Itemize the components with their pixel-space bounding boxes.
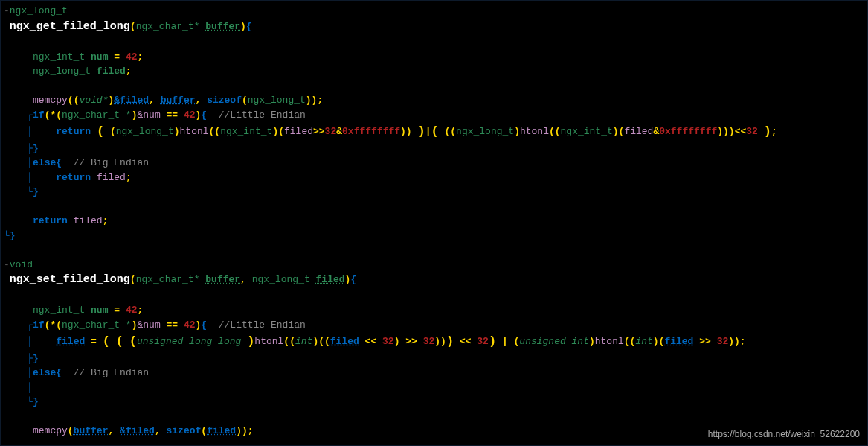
blank-line — [4, 289, 867, 304]
code-line: ├} — [4, 141, 867, 156]
code-line: ngx_get_filed_long(ngx_char_t* buffer){ — [4, 19, 867, 36]
code-line: memcpy((void*)&filed, buffer, sizeof(ngx… — [4, 93, 867, 108]
code-line: └} — [4, 229, 867, 243]
code-line: ngx_set_filed_long(ngx_char_t* buffer, n… — [4, 272, 867, 289]
code-line: │ return filed; — [4, 171, 867, 185]
code-line: └} — [4, 185, 867, 200]
code-line: ┌if(*(ngx_char_t *)&num == 42){ //Little… — [4, 318, 867, 333]
collapse-icon[interactable]: - — [4, 5, 10, 16]
collapse-icon[interactable]: - — [4, 259, 10, 270]
watermark-text: https://blog.csdn.net/weixin_52622200 — [708, 427, 860, 441]
code-line: ngx_int_t num = 42; — [4, 50, 867, 65]
code-editor[interactable]: -ngx_long_t ngx_get_filed_long(ngx_char_… — [0, 0, 868, 446]
code-line: │ return ( (ngx_long_t)htonl((ngx_int_t)… — [4, 122, 867, 141]
code-line: ├} — [4, 351, 867, 366]
blank-line — [4, 35, 867, 50]
code-line: │else{ // Big Endian — [4, 366, 867, 380]
code-line: -ngx_long_t — [4, 4, 867, 19]
blank-line — [4, 79, 867, 94]
code-line: │ filed = ( ( (unsigned long long )htonl… — [4, 332, 867, 351]
blank-line — [4, 243, 867, 258]
code-line: return filed; — [4, 214, 867, 229]
code-line: │else{ // Big Endian — [4, 156, 867, 171]
code-line: -void — [4, 258, 867, 273]
blank-line: │ — [4, 380, 867, 395]
blank-line — [4, 200, 867, 214]
code-line: ngx_long_t filed; — [4, 64, 867, 79]
code-line: ┌if(*(ngx_char_t *)&num == 42){ //Little… — [4, 108, 867, 123]
code-line: ngx_int_t num = 42; — [4, 303, 867, 318]
code-line: └} — [4, 395, 867, 410]
blank-line — [4, 410, 867, 424]
